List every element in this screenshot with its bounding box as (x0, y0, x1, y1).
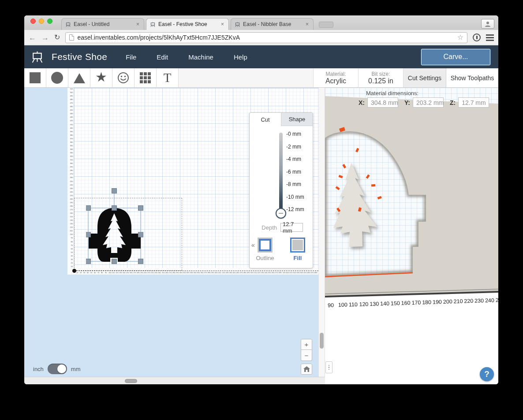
collapse-panel-icon[interactable]: « (251, 242, 255, 249)
design-canvas[interactable]: 1020304050607080901001101201301401501601… (24, 88, 318, 384)
z-dimension-input[interactable]: 12.7 mm (458, 97, 489, 108)
cut-settings-button[interactable]: Cut Settings (403, 68, 446, 87)
horizontal-scrollbar-thumb[interactable] (125, 379, 137, 383)
help-button[interactable]: ? (480, 367, 494, 381)
reload-icon[interactable]: ↻ (54, 34, 60, 41)
menu-edit[interactable]: Edit (157, 53, 168, 61)
preview-ruler-number: 210 (453, 298, 463, 305)
ruler-number: 100 (108, 271, 112, 274)
ruler-number: 430 (226, 271, 229, 274)
star-tool-button[interactable]: ★ (90, 68, 112, 87)
horizontal-scrollbar[interactable] (24, 377, 325, 384)
show-toolpaths-button[interactable]: Show Toolpaths (446, 68, 498, 87)
ruler-number: 150 (70, 216, 73, 218)
tab-close-icon[interactable]: × (305, 21, 310, 27)
new-tab-button[interactable] (319, 22, 333, 28)
maximize-window-button[interactable] (47, 19, 52, 24)
preview-ruler-number: 170 (411, 300, 421, 306)
extension-icon[interactable] (473, 33, 481, 41)
fill-cut-option[interactable] (290, 238, 305, 253)
tab-easel-festive-shoe[interactable]: Easel - Festive Shoe × (146, 18, 229, 30)
text-tool-button[interactable]: T (157, 68, 179, 87)
zoom-in-button[interactable]: + (301, 339, 312, 350)
shoe-shape-path[interactable] (89, 208, 141, 262)
tab-easel-nibbler-base[interactable]: Easel - Nibbler Base × (231, 18, 314, 30)
preview-ruler-number: 160 (401, 300, 411, 306)
tab-easel-untitled[interactable]: Easel - Untitled × (61, 18, 144, 30)
tab-close-icon[interactable]: × (135, 21, 140, 27)
ruler-number: 70 (97, 271, 99, 274)
drill-grid-tool-button[interactable] (134, 68, 157, 87)
ruler-number: 310 (183, 271, 186, 274)
material-selector[interactable]: Material: Acrylic (314, 68, 359, 87)
ruler-number: 550 (268, 271, 271, 274)
carve-button[interactable]: Carve... (421, 49, 490, 65)
zoom-out-button[interactable]: − (301, 350, 312, 361)
depth-scale-label: -0 mm (286, 131, 301, 137)
ruler-number: 120 (116, 271, 119, 274)
menu-machine[interactable]: Machine (188, 53, 213, 61)
zoom-home-button[interactable] (301, 364, 312, 375)
url-bar[interactable]: easel.inventables.com/projects/5lKhAyTxt… (65, 32, 467, 43)
tab-shape[interactable]: Shape (281, 113, 313, 126)
circle-tool-button[interactable] (46, 68, 68, 87)
shape-toolbar: ★ T Material: Acrylic Bit size: 0.125 in… (24, 68, 498, 88)
material-value: Acrylic (325, 77, 346, 85)
preview-panel[interactable]: 9010011012013014015016017018019020021022… (325, 88, 498, 384)
ruler-number: 510 (254, 271, 257, 274)
preview-ruler-number: 220 (464, 298, 473, 305)
menu-file[interactable]: File (126, 53, 136, 61)
smiley-icon (117, 72, 129, 84)
close-window-button[interactable] (30, 19, 36, 24)
ruler-number: 260 (165, 271, 168, 274)
profile-button[interactable] (481, 19, 494, 29)
circle-icon (51, 72, 63, 84)
depth-slider-track[interactable] (279, 133, 283, 213)
ruler-number: 680 (314, 271, 318, 274)
back-icon[interactable]: ← (29, 34, 36, 41)
depth-input[interactable]: 12.7 mm (280, 223, 303, 232)
tab-cut[interactable]: Cut (250, 113, 281, 126)
y-dimension-input[interactable]: 203.2 mm (413, 97, 444, 108)
ruler-number: 280 (70, 169, 73, 171)
ruler-number: 250 (162, 271, 165, 274)
divider-drag-handle[interactable] (325, 361, 332, 373)
tab-close-icon[interactable]: × (220, 21, 225, 27)
ruler-number: 300 (179, 271, 183, 274)
ruler-number: 490 (70, 95, 73, 97)
ruler-number: 370 (204, 271, 207, 274)
ruler-number: 600 (286, 271, 289, 274)
ruler-number: 140 (123, 271, 126, 274)
bookmark-star-icon[interactable]: ☆ (457, 34, 463, 41)
tab-label: Easel - Untitled (74, 21, 133, 27)
ruler-number: 340 (70, 148, 73, 150)
ruler-number: 10 (71, 265, 73, 268)
unit-toggle[interactable] (48, 364, 67, 374)
ruler-number: 430 (70, 116, 73, 118)
toggle-knob[interactable] (57, 364, 66, 373)
vertical-scrollbar-thumb[interactable] (320, 333, 324, 349)
triangle-tool-button[interactable] (68, 68, 90, 87)
smiley-tool-button[interactable] (112, 68, 134, 87)
ruler-baseline (74, 271, 318, 271)
menu-help[interactable]: Help (234, 53, 247, 61)
ruler-number: 350 (197, 271, 200, 274)
minimize-window-button[interactable] (39, 19, 44, 24)
x-dimension-input[interactable]: 304.8 mm (367, 97, 398, 108)
ruler-number: 40 (71, 255, 73, 257)
outline-cut-option[interactable] (258, 238, 273, 253)
selected-shape[interactable] (86, 187, 146, 266)
forward-icon[interactable]: → (41, 34, 49, 41)
preview-ruler-number: 130 (370, 301, 379, 307)
url-text[interactable]: easel.inventables.com/projects/5lKhAyTxt… (77, 34, 240, 41)
square-tool-button[interactable] (24, 68, 46, 87)
x-label: X: (359, 99, 365, 106)
ruler-number: 380 (70, 134, 73, 136)
rotate-handle[interactable] (112, 189, 117, 193)
project-title[interactable]: Festive Shoe (52, 52, 107, 62)
bit-size-selector[interactable]: Bit size: 0.125 in (359, 68, 403, 87)
browser-menu-icon[interactable] (486, 34, 494, 41)
preview-ruler-number: 90 (328, 302, 334, 308)
ruler-number: 450 (233, 271, 236, 274)
depth-slider-handle[interactable] (276, 208, 286, 219)
